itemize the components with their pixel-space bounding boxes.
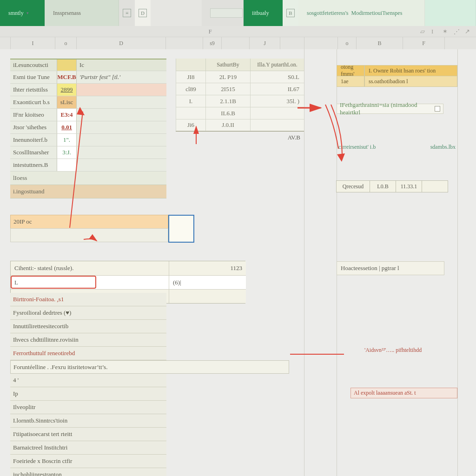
list-item[interactable]: I'tiipatisoecarst tert rteitt xyxy=(10,428,166,441)
cell[interactable]: MCF.B xyxy=(57,71,76,83)
cell[interactable]: 1". xyxy=(57,134,76,146)
tab-insert[interactable]: Inssprsenass xyxy=(45,0,119,26)
checkbox-icon[interactable] xyxy=(435,106,440,112)
cell[interactable]: Ic xyxy=(76,60,166,71)
cell[interactable]: sLisc xyxy=(57,96,76,108)
cell[interactable]: Illa.Y putarthLon. xyxy=(250,59,304,71)
cell[interactable] xyxy=(422,180,448,192)
cell[interactable]: 35l. ) xyxy=(250,95,304,107)
tab-home[interactable]: smntly▾ xyxy=(0,0,45,26)
col-hdr[interactable]: s9 xyxy=(203,37,221,49)
list-item[interactable]: I.lornntb.Sinntrcs'tioin xyxy=(10,414,166,428)
cell[interactable]: 2I515 xyxy=(205,83,250,95)
tool-icon-2[interactable]: I xyxy=(431,28,439,35)
active-cell-selection[interactable] xyxy=(168,215,194,243)
cell[interactable] xyxy=(76,134,166,146)
wide-row[interactable]: i.ingosttuand xyxy=(10,185,166,198)
cell[interactable]: 'Purtstr fest" [tl.' xyxy=(76,71,166,83)
wide-row[interactable]: lIoess xyxy=(10,172,166,185)
list-item[interactable]: Ilveoplitr xyxy=(10,401,166,414)
list-item[interactable]: 4 ' xyxy=(10,374,166,387)
cell[interactable]: 0.01 xyxy=(57,121,76,133)
col-hdr[interactable] xyxy=(165,37,203,49)
col-hdr[interactable]: J xyxy=(249,37,280,49)
cell[interactable]: 11.33.1 xyxy=(396,180,422,192)
cell[interactable] xyxy=(176,107,205,119)
worksheet[interactable]: iLesuncoutscti Ic Esmi tiue Tune MCF.B '… xyxy=(0,49,476,476)
tool-icon-4[interactable]: ⋰ xyxy=(454,28,461,35)
cell[interactable]: SathurtBy xyxy=(205,59,250,71)
tool-icon-1[interactable]: ▱ xyxy=(420,28,428,35)
formula-box[interactable]: sq〜 xyxy=(202,0,244,26)
cell[interactable] xyxy=(76,84,166,96)
cell[interactable]: 2899 xyxy=(57,84,76,96)
list-item[interactable]: Birttroni-Foaitoa. ,s1 xyxy=(10,293,166,306)
col-hdr[interactable]: o xyxy=(55,37,76,49)
cell[interactable]: I. xyxy=(176,95,205,107)
col-hdr[interactable]: B xyxy=(356,37,403,49)
cell[interactable] xyxy=(76,96,166,108)
cell[interactable]: J.0.II xyxy=(205,119,250,131)
col-hdr[interactable]: o xyxy=(337,37,356,49)
cell[interactable] xyxy=(76,146,166,159)
toolbar-btn-3[interactable]: B xyxy=(283,0,298,26)
cell[interactable]: Ihter rietsttilss xyxy=(10,86,57,93)
col-hdr[interactable] xyxy=(221,37,249,49)
list-item[interactable]: Ihvecs chdttillitnre.rovisiin xyxy=(10,333,166,347)
cell[interactable] xyxy=(76,121,166,133)
cell[interactable]: iLesuncoutscti xyxy=(10,61,57,69)
cell[interactable] xyxy=(76,159,166,171)
tool-icon-3[interactable]: ✶ xyxy=(443,28,450,35)
cell[interactable]: Jtsor 'sihethes xyxy=(10,124,57,131)
cell[interactable]: Ji6 xyxy=(176,119,205,131)
cell[interactable]: L0.B xyxy=(370,180,396,192)
cell[interactable] xyxy=(76,109,166,121)
cell[interactable]: IL6.B xyxy=(205,107,250,119)
tool-icon-5[interactable]: ↗ xyxy=(465,28,472,35)
cell[interactable] xyxy=(250,119,304,131)
cell[interactable]: 1123 xyxy=(169,261,246,275)
cell[interactable]: S0.L xyxy=(250,71,304,83)
cell[interactable]: Qrecesud xyxy=(336,180,370,192)
cell[interactable]: 3:J. xyxy=(57,146,76,159)
cell[interactable]: Cihenti:- statesl (russle). xyxy=(11,261,169,275)
col-hdr[interactable]: I xyxy=(10,37,55,49)
cell[interactable] xyxy=(10,228,168,242)
search-input[interactable] xyxy=(210,8,243,18)
cell[interactable] xyxy=(176,59,205,71)
cell[interactable] xyxy=(169,289,246,303)
cell[interactable]: L xyxy=(11,275,169,289)
list-item[interactable]: Foruntéelline . .Fexru itisritetowar’tt’… xyxy=(10,360,289,374)
list-item[interactable]: Barnaictreel Institchtri xyxy=(10,441,166,455)
cell[interactable]: E3:4 xyxy=(57,109,76,121)
cell[interactable]: Esmi tiue Tune xyxy=(10,73,57,81)
list-item[interactable]: Foeiriede x Boscrin ctfir xyxy=(10,455,166,468)
list-item[interactable]: Innuttiliretteesitecortib xyxy=(10,320,166,333)
cell[interactable]: (6)| xyxy=(169,275,246,289)
cell[interactable]: IFnr kioitseo xyxy=(10,111,57,119)
cell[interactable]: IL67 xyxy=(250,83,304,95)
toolbar-btn-1[interactable]: ≡ xyxy=(119,0,135,26)
cell[interactable]: JI8 xyxy=(176,71,205,83)
cell[interactable]: 2.1.1B xyxy=(205,95,250,107)
cell[interactable]: 2L P19 xyxy=(205,71,250,83)
tab-data[interactable]: iitbualy xyxy=(244,0,283,26)
cell[interactable]: AV.B xyxy=(288,134,300,141)
cell[interactable] xyxy=(250,107,304,119)
list-item[interactable]: iuchobliiprestranton xyxy=(10,468,166,476)
cell[interactable]: cî89 xyxy=(176,83,205,95)
list-item[interactable]: Ferrorthuttulf reneotirebd xyxy=(10,347,166,360)
cell[interactable] xyxy=(57,60,76,71)
note-row-2[interactable]: Hoacteessetion | pgtrar l xyxy=(337,261,444,275)
cell[interactable]: Inenunoiterf.b xyxy=(10,136,57,144)
cell[interactable] xyxy=(57,159,76,171)
toolbar-btn-2[interactable]: D xyxy=(135,0,151,26)
highlighted-cell[interactable]: 20IP oc xyxy=(10,215,168,229)
list-item[interactable]: Ip xyxy=(10,387,166,401)
cell[interactable]: Scosllltnarsher xyxy=(10,149,57,156)
cell[interactable]: intestuttners.B xyxy=(10,161,57,169)
list-item[interactable]: Fysroilioral dedrtres (♥) xyxy=(10,306,166,320)
col-hdr[interactable]: D xyxy=(76,37,165,49)
cell[interactable]: Exaonticurt b.s xyxy=(10,99,57,106)
note-row[interactable]: IFethgarthrainni=sia (nirnadood heairtkr… xyxy=(337,104,443,114)
